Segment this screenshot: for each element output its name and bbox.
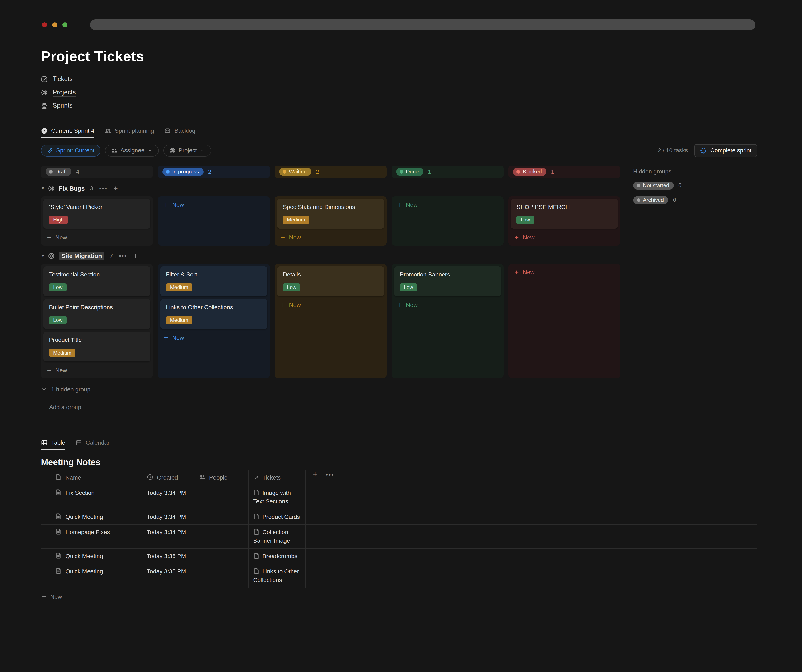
row-created-cell[interactable]: Today 3:34 PM: [139, 525, 192, 548]
hidden-group-not-started[interactable]: Not started 0: [633, 181, 710, 189]
hidden-group-toggle[interactable]: 1 hidden group: [41, 386, 621, 393]
filter-sprint-current[interactable]: Sprint: Current: [41, 144, 100, 156]
tab-current-sprint[interactable]: Current: Sprint 4: [41, 128, 94, 138]
doc-icon: [55, 528, 62, 535]
minimize-window-button[interactable]: [52, 23, 57, 28]
collapse-triangle-icon[interactable]: ▼: [41, 253, 48, 258]
row-people-cell[interactable]: [192, 549, 249, 564]
column-header-blocked[interactable]: Blocked 1: [508, 166, 620, 178]
row-name-cell[interactable]: Quick Meeting: [41, 509, 139, 524]
add-column-button[interactable]: +: [306, 468, 322, 478]
tab-table[interactable]: Table: [41, 439, 65, 450]
hidden-group-archived[interactable]: Archived 0: [633, 196, 710, 204]
row-created-cell[interactable]: Today 3:34 PM: [139, 509, 192, 524]
plus-icon: +: [41, 403, 45, 411]
close-window-button[interactable]: [42, 23, 47, 28]
new-row-label: New: [50, 593, 62, 600]
new-card-button[interactable]: +New: [277, 299, 384, 311]
group-add-button[interactable]: +: [133, 252, 138, 261]
row-name-cell[interactable]: Homepage Fixes: [41, 525, 139, 548]
row-ticket-link[interactable]: Collection Banner Image: [249, 525, 306, 548]
new-card-button[interactable]: +New: [44, 232, 150, 243]
new-row-button[interactable]: + New: [41, 588, 757, 606]
row-people-cell[interactable]: [192, 486, 249, 509]
group-options-button[interactable]: •••: [119, 253, 127, 259]
column-header-created[interactable]: Created: [139, 470, 192, 485]
status-dot: [283, 170, 286, 173]
hidden-group-label: 1 hidden group: [51, 386, 91, 393]
row-people-cell[interactable]: [192, 564, 249, 588]
filter-project[interactable]: Project: [163, 144, 211, 156]
clock-icon: [147, 474, 154, 480]
row-name-cell[interactable]: Quick Meeting: [41, 549, 139, 564]
group-options-button[interactable]: •••: [99, 185, 107, 192]
section-in-progress: +New: [158, 196, 270, 246]
complete-sprint-button[interactable]: Complete sprint: [694, 144, 757, 157]
arrow-up-right-icon: [253, 474, 260, 481]
nav-link-tickets[interactable]: Tickets: [41, 73, 757, 86]
play-circle-icon: [41, 128, 48, 134]
ticket-card[interactable]: Filter & Sort Medium: [160, 266, 267, 296]
priority-tag: Low: [516, 216, 534, 224]
plus-icon: +: [398, 202, 402, 207]
row-ticket-link[interactable]: Breadcrumbs: [249, 549, 306, 564]
ticket-card[interactable]: Details Low: [277, 266, 384, 296]
column-header-name[interactable]: Name: [41, 470, 139, 485]
column-header-waiting[interactable]: Waiting 2: [275, 166, 386, 178]
new-card-button[interactable]: +New: [511, 232, 618, 243]
ticket-card[interactable]: Bullet Point Descriptions Low: [44, 299, 150, 329]
group-name[interactable]: Site Migration: [59, 252, 105, 260]
new-card-button[interactable]: +New: [511, 266, 618, 278]
row-name-cell[interactable]: Quick Meeting: [41, 564, 139, 588]
ticket-card[interactable]: Testimonial Section Low: [44, 266, 150, 296]
notes-view-tabs: Table Calendar: [41, 439, 757, 450]
row-people-cell[interactable]: [192, 509, 249, 524]
table-grid-icon: [41, 439, 48, 446]
row-people-cell[interactable]: [192, 525, 249, 548]
column-label: Blocked: [523, 169, 542, 175]
nav-link-sprints[interactable]: Sprints: [41, 99, 757, 113]
column-header-tickets[interactable]: Tickets: [249, 470, 306, 485]
new-card-button[interactable]: +New: [160, 199, 267, 211]
table-options-button[interactable]: •••: [324, 468, 334, 478]
collapse-triangle-icon[interactable]: ▼: [41, 186, 48, 191]
row-ticket-link[interactable]: Links to Other Collections: [249, 564, 306, 588]
hidden-group-pill-label: Not started: [643, 183, 669, 188]
row-empty-cell: [306, 549, 757, 564]
column-header-in-progress[interactable]: In progress 2: [158, 166, 270, 178]
ticket-card[interactable]: Spec Stats and Dimensions Medium: [277, 199, 384, 228]
group-name[interactable]: Fix Bugs: [59, 185, 85, 192]
row-name-cell[interactable]: Fix Section: [41, 486, 139, 509]
column-header-draft[interactable]: Draft 4: [41, 166, 153, 178]
column-header-done[interactable]: Done 1: [391, 166, 504, 178]
new-card-button[interactable]: +New: [160, 332, 267, 343]
ticket-card[interactable]: Product Title Medium: [44, 332, 150, 361]
add-group-button[interactable]: + Add a group: [41, 403, 621, 411]
row-created-cell[interactable]: Today 3:35 PM: [139, 564, 192, 588]
new-card-button[interactable]: +New: [394, 299, 501, 311]
address-bar[interactable]: [90, 19, 755, 30]
row-ticket-link[interactable]: Image with Text Sections: [249, 486, 306, 509]
row-created-cell[interactable]: Today 3:35 PM: [139, 549, 192, 564]
zoom-window-button[interactable]: [63, 23, 68, 28]
new-card-button[interactable]: +New: [394, 199, 501, 211]
group-add-button[interactable]: +: [113, 184, 118, 193]
new-card-button[interactable]: +New: [44, 364, 150, 376]
row-ticket-link[interactable]: Product Cards: [249, 509, 306, 524]
tab-backlog[interactable]: Backlog: [164, 128, 195, 138]
tab-sprint-planning[interactable]: Sprint planning: [104, 128, 154, 138]
tab-calendar[interactable]: Calendar: [75, 439, 110, 450]
table-row: Quick Meeting Today 3:34 PM Product Card…: [41, 509, 757, 525]
column-header-people[interactable]: People: [192, 470, 249, 485]
ticket-card[interactable]: Promotion Banners Low: [394, 266, 501, 296]
ticket-card[interactable]: ‘Style’ Variant Picker High: [44, 199, 150, 228]
nav-link-projects[interactable]: Projects: [41, 86, 757, 99]
row-empty-cell: [306, 564, 757, 588]
ticket-card[interactable]: SHOP PSE MERCH Low: [511, 199, 618, 228]
new-card-button[interactable]: +New: [277, 232, 384, 243]
filter-assignee[interactable]: Assignee: [105, 144, 159, 156]
nav-link-label: Sprints: [53, 102, 73, 110]
ticket-card[interactable]: Links to Other Collections Medium: [160, 299, 267, 329]
calendar-icon: [75, 439, 82, 446]
row-created-cell[interactable]: Today 3:34 PM: [139, 486, 192, 509]
